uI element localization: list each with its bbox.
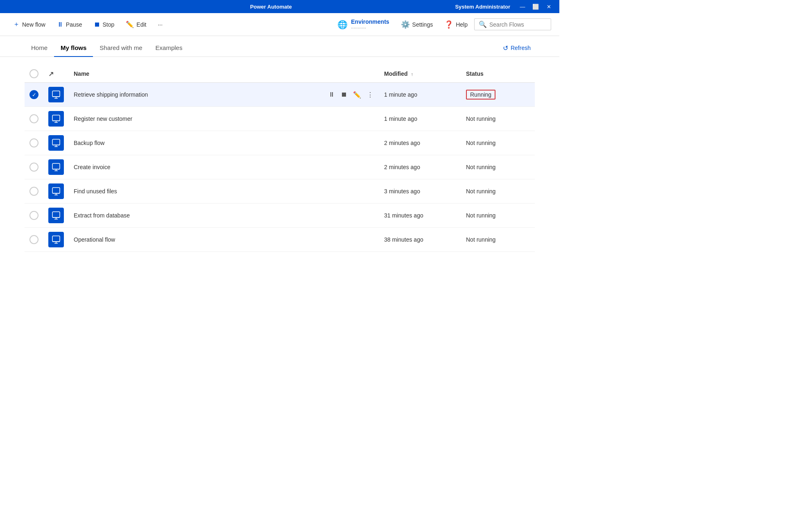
row-checkbox[interactable]: ✓ xyxy=(29,90,38,99)
settings-button[interactable]: ⚙️ Settings xyxy=(396,18,438,32)
col-header-status: Status xyxy=(461,65,535,83)
flow-modified: 1 minute ago xyxy=(379,107,461,131)
flow-modified: 38 minutes ago xyxy=(379,228,461,252)
svg-rect-8 xyxy=(52,139,60,145)
flow-modified: 3 minutes ago xyxy=(379,179,461,204)
flow-type-icon xyxy=(48,111,64,127)
row-pause-button[interactable]: ⏸ xyxy=(328,90,336,99)
edit-button[interactable]: ✏️ Edit xyxy=(121,18,151,31)
flow-status: Not running xyxy=(461,155,535,179)
svg-rect-20 xyxy=(52,212,60,217)
refresh-icon: ↺ xyxy=(503,44,508,52)
settings-icon: ⚙️ xyxy=(401,20,410,29)
close-button[interactable]: ✕ xyxy=(543,1,554,12)
flow-type-icon xyxy=(48,159,64,175)
more-button[interactable]: ··· xyxy=(153,19,167,30)
col-header-icon: ↗ xyxy=(43,65,69,83)
flow-status: Not running xyxy=(461,228,535,252)
flow-modified: 1 minute ago xyxy=(379,83,461,107)
maximize-button[interactable]: ⬜ xyxy=(530,1,541,12)
flow-status: Not running xyxy=(461,204,535,228)
row-checkbox[interactable] xyxy=(29,235,38,244)
nav-bar: Home My flows Shared with me Examples ↺ … xyxy=(0,39,559,57)
row-checkbox[interactable] xyxy=(29,187,38,196)
environments-button[interactable]: 🌐 Environments ··········· xyxy=(332,16,394,33)
svg-rect-24 xyxy=(52,236,60,242)
stop-icon: ⏹ xyxy=(94,21,100,28)
app-title: Power Automate xyxy=(87,4,455,10)
refresh-button[interactable]: ↺ Refresh xyxy=(499,42,535,54)
pause-icon: ⏸ xyxy=(57,21,63,28)
table-row: ✓Retrieve shipping information⏸⏹✏️⋮1 min… xyxy=(25,83,535,107)
flow-type-icon xyxy=(48,135,64,151)
svg-rect-16 xyxy=(52,188,60,193)
col-header-name[interactable]: Name xyxy=(69,65,379,83)
table-row: Backup flow2 minutes agoNot running xyxy=(25,131,535,155)
tab-shared-with-me[interactable]: Shared with me xyxy=(93,39,149,57)
minimize-button[interactable]: — xyxy=(517,1,528,12)
edit-icon: ✏️ xyxy=(126,20,134,28)
table-row: Register new customer1 minute agoNot run… xyxy=(25,107,535,131)
tab-my-flows[interactable]: My flows xyxy=(54,39,93,57)
flow-status: Running xyxy=(461,83,535,107)
row-edit-button[interactable]: ✏️ xyxy=(352,90,362,100)
tab-home[interactable]: Home xyxy=(25,39,54,57)
table-row: Create invoice2 minutes agoNot running xyxy=(25,155,535,179)
row-checkbox[interactable] xyxy=(29,163,38,172)
row-stop-button[interactable]: ⏹ xyxy=(340,90,348,99)
flow-type-icon xyxy=(48,232,64,247)
search-flows-box[interactable]: 🔍 xyxy=(474,18,551,30)
flow-type-icon xyxy=(48,208,64,223)
flow-name: Create invoice xyxy=(74,164,111,170)
flow-status: Not running xyxy=(461,179,535,204)
table-row: Find unused files3 minutes agoNot runnin… xyxy=(25,179,535,204)
main-content: ↗ Name Modified ↑ Status ✓Retrieve shipp… xyxy=(0,57,559,260)
flow-type-icon xyxy=(48,183,64,199)
flow-name: Find unused files xyxy=(74,188,117,195)
flow-modified: 31 minutes ago xyxy=(379,204,461,228)
plus-icon: ＋ xyxy=(13,20,20,29)
select-all-checkbox[interactable] xyxy=(29,69,38,78)
row-actions: ⏸⏹✏️⋮ xyxy=(328,90,374,100)
table-row: Extract from database31 minutes agoNot r… xyxy=(25,204,535,228)
row-checkbox[interactable] xyxy=(29,114,38,123)
toolbar: ＋ New flow ⏸ Pause ⏹ Stop ✏️ Edit ··· 🌐 … xyxy=(0,13,559,36)
new-flow-button[interactable]: ＋ New flow xyxy=(8,18,50,31)
flow-name: Retrieve shipping information xyxy=(74,91,148,98)
row-checkbox[interactable] xyxy=(29,138,38,147)
flows-table: ↗ Name Modified ↑ Status ✓Retrieve shipp… xyxy=(25,65,535,252)
row-more-button[interactable]: ⋮ xyxy=(366,90,374,100)
flow-name: Extract from database xyxy=(74,212,130,219)
help-icon: ❓ xyxy=(444,20,453,29)
row-checkbox[interactable] xyxy=(29,211,38,220)
svg-rect-0 xyxy=(52,91,60,97)
help-button[interactable]: ❓ Help xyxy=(439,18,473,32)
flow-modified: 2 minutes ago xyxy=(379,131,461,155)
svg-rect-4 xyxy=(52,115,60,121)
stop-button[interactable]: ⏹ Stop xyxy=(89,18,120,31)
table-row: Operational flow38 minutes agoNot runnin… xyxy=(25,228,535,252)
status-badge: Running xyxy=(466,90,495,100)
flow-name: Operational flow xyxy=(74,236,115,243)
flow-name: Register new customer xyxy=(74,115,132,122)
title-bar: Power Automate System Administrator — ⬜ … xyxy=(0,0,559,13)
flow-status: Not running xyxy=(461,107,535,131)
flow-status: Not running xyxy=(461,131,535,155)
search-flows-input[interactable] xyxy=(489,21,547,28)
env-sub: ··········· xyxy=(351,25,389,31)
user-label: System Administrator xyxy=(455,4,510,10)
sort-icon: ↑ xyxy=(411,72,413,77)
table-header-row: ↗ Name Modified ↑ Status xyxy=(25,65,535,83)
tab-examples[interactable]: Examples xyxy=(149,39,189,57)
environments-label: Environments xyxy=(351,18,389,25)
svg-rect-12 xyxy=(52,163,60,169)
pause-button[interactable]: ⏸ Pause xyxy=(52,18,87,31)
search-icon: 🔍 xyxy=(479,20,487,28)
flow-type-icon xyxy=(48,87,64,102)
toolbar-right: 🌐 Environments ··········· ⚙️ Settings ❓… xyxy=(332,16,551,33)
flow-modified: 2 minutes ago xyxy=(379,155,461,179)
col-header-modified[interactable]: Modified ↑ xyxy=(379,65,461,83)
globe-icon: 🌐 xyxy=(337,20,348,29)
flow-type-icon: ↗ xyxy=(48,70,54,77)
col-header-check xyxy=(25,65,43,83)
